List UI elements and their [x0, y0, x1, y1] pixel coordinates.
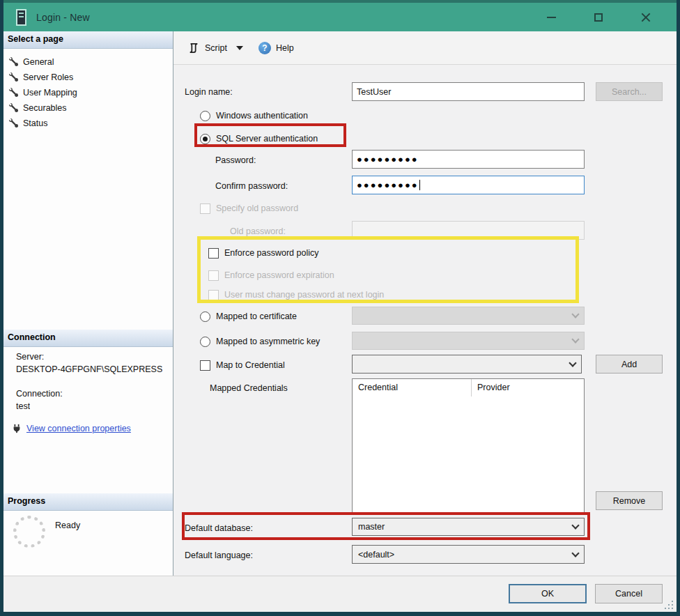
mapped-to-certificate-radio[interactable]: [200, 311, 210, 322]
help-button[interactable]: ? Help: [256, 39, 297, 57]
connection-value: test: [16, 401, 30, 411]
server-label: Server:: [16, 352, 44, 362]
window-title: Login - New: [36, 12, 536, 23]
sql-authentication-radio-row[interactable]: SQL Server authentication: [200, 131, 318, 146]
close-icon: [641, 13, 651, 22]
script-label: Script: [205, 43, 227, 53]
search-button[interactable]: Search...: [596, 82, 663, 101]
map-to-credential-checkbox[interactable]: [200, 360, 210, 371]
wrench-icon: [9, 103, 18, 112]
asymmetric-key-dropdown: [352, 332, 585, 350]
old-password-input: [352, 221, 585, 240]
wrench-icon: [9, 57, 18, 66]
windows-authentication-radio-row[interactable]: Windows authentication: [200, 108, 308, 123]
chevron-down-icon: [569, 359, 576, 367]
user-must-change-password-checkbox[interactable]: [208, 290, 219, 300]
chevron-down-icon: [571, 335, 579, 343]
cancel-button[interactable]: Cancel: [595, 584, 663, 603]
general-page-panel: Script ? Help Login name: TestUser Searc…: [173, 31, 677, 576]
default-language-value: <default>: [358, 550, 394, 560]
view-connection-properties-link[interactable]: View connection properties: [26, 424, 131, 433]
maximize-icon: [594, 13, 603, 22]
chevron-down-icon: [571, 310, 579, 318]
enforce-password-expiration-label: Enforce password expiration: [224, 270, 334, 280]
help-label: Help: [276, 43, 294, 53]
specify-old-password-label: Specify old password: [216, 203, 298, 213]
chevron-down-icon: [571, 549, 579, 557]
connection-header: Connection: [3, 330, 173, 347]
wrench-icon: [9, 118, 18, 128]
connection-label: Connection:: [16, 389, 63, 399]
specify-old-password-checkbox[interactable]: [200, 203, 210, 214]
script-button[interactable]: Script: [185, 40, 250, 56]
sidebar-item-label: Securables: [23, 103, 67, 113]
specify-old-password-row: Specify old password: [200, 201, 298, 216]
password-label: Password:: [215, 155, 256, 165]
enforce-password-policy-row[interactable]: Enforce password policy: [208, 245, 318, 261]
password-input[interactable]: ●●●●●●●●●: [352, 150, 585, 169]
mapped-to-asymmetric-key-radio[interactable]: [200, 337, 210, 347]
credential-dropdown[interactable]: [352, 355, 582, 374]
ok-button[interactable]: OK: [509, 584, 587, 603]
login-new-dialog: Login - New Select a page General Server…: [0, 0, 680, 616]
dialog-toolbar: Script ? Help: [173, 31, 677, 65]
sidebar-item-status[interactable]: Status: [9, 116, 162, 130]
login-name-input[interactable]: TestUser: [352, 82, 585, 101]
script-icon: [187, 43, 200, 54]
column-header-credential[interactable]: Credential: [353, 379, 471, 396]
sidebar-item-label: General: [23, 57, 54, 67]
maximize-button[interactable]: [583, 7, 614, 28]
certificate-dropdown: [352, 307, 585, 325]
windows-authentication-label: Windows authentication: [216, 111, 308, 121]
server-icon: [16, 9, 26, 26]
mapped-credentials-label: Mapped Credentials: [210, 383, 288, 393]
mapped-to-asymmetric-key-row[interactable]: Mapped to asymmetric key: [200, 334, 320, 349]
user-must-change-password-row: User must change password at next login: [208, 287, 384, 302]
chevron-down-icon: [571, 521, 579, 529]
sidebar-item-general[interactable]: General: [9, 54, 162, 69]
table-header-row: Credential Provider: [353, 379, 584, 396]
mapped-credentials-table[interactable]: Credential Provider: [352, 378, 585, 515]
resize-grip[interactable]: [672, 608, 673, 609]
confirm-password-value: ●●●●●●●●●: [357, 182, 419, 189]
select-a-page-header: Select a page: [3, 31, 173, 49]
close-button[interactable]: [631, 7, 661, 28]
remove-button[interactable]: Remove: [596, 491, 663, 510]
default-database-dropdown[interactable]: master: [352, 518, 585, 536]
password-value: ●●●●●●●●●: [357, 156, 419, 163]
default-database-value: master: [358, 522, 385, 532]
default-language-dropdown[interactable]: <default>: [352, 545, 585, 564]
column-header-provider[interactable]: Provider: [471, 379, 584, 396]
default-database-label: Default database:: [185, 523, 253, 533]
dialog-footer: OK Cancel: [3, 576, 677, 613]
sql-authentication-radio[interactable]: [200, 134, 210, 144]
enforce-password-expiration-row: Enforce password expiration: [208, 268, 334, 283]
sidebar-item-label: Status: [23, 118, 47, 128]
sidebar-item-label: User Mapping: [23, 88, 77, 98]
wrench-icon: [9, 72, 18, 82]
login-name-value: TestUser: [357, 87, 391, 97]
progress-status: Ready: [55, 521, 80, 530]
mapped-to-asymmetric-key-label: Mapped to asymmetric key: [216, 337, 320, 346]
mapped-to-certificate-label: Mapped to certificate: [216, 311, 297, 321]
windows-authentication-radio[interactable]: [200, 111, 210, 121]
sidebar-item-label: Server Roles: [23, 72, 73, 82]
spinner-icon: [13, 516, 45, 548]
confirm-password-label: Confirm password:: [215, 181, 288, 191]
sidebar-item-user-mapping[interactable]: User Mapping: [9, 85, 162, 100]
add-button[interactable]: Add: [596, 355, 663, 374]
map-to-credential-row[interactable]: Map to Credential: [200, 357, 285, 373]
user-must-change-password-label: User must change password at next login: [224, 290, 384, 300]
titlebar: Login - New: [3, 0, 677, 31]
enforce-password-policy-checkbox[interactable]: [208, 248, 219, 259]
minimize-button[interactable]: [536, 7, 566, 28]
sql-authentication-label: SQL Server authentication: [216, 134, 318, 144]
enforce-password-expiration-checkbox[interactable]: [208, 270, 219, 281]
chevron-down-icon: [236, 46, 243, 50]
confirm-password-input[interactable]: ●●●●●●●●●: [352, 176, 585, 194]
sidebar-item-server-roles[interactable]: Server Roles: [9, 70, 162, 84]
sidebar-item-securables[interactable]: Securables: [9, 100, 162, 115]
default-language-label: Default language:: [185, 550, 253, 560]
help-icon: ?: [258, 42, 271, 54]
mapped-to-certificate-row[interactable]: Mapped to certificate: [200, 309, 297, 324]
